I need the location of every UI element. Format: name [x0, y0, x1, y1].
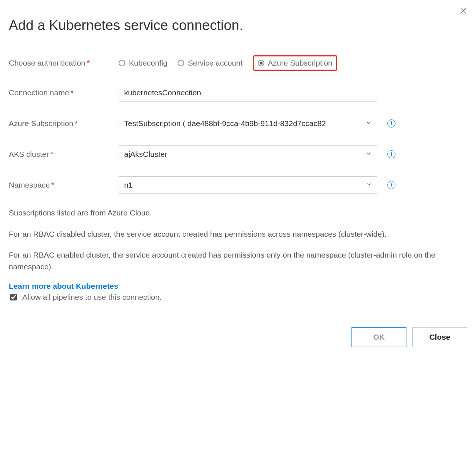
- close-button[interactable]: Close: [412, 327, 467, 347]
- dialog-title: Add a Kubernetes service connection.: [9, 18, 467, 33]
- radio-azure-subscription[interactable]: Azure Subscription: [253, 55, 337, 71]
- description-p2: For an RBAC disabled cluster, the servic…: [9, 228, 467, 240]
- close-icon[interactable]: [459, 7, 467, 16]
- allow-pipelines-checkbox[interactable]: [10, 294, 17, 300]
- radio-kubeconfig[interactable]: Kubeconfig: [119, 59, 167, 67]
- description-p1: Subscriptions listed are from Azure Clou…: [9, 207, 467, 219]
- required-marker: *: [87, 59, 90, 67]
- row-auth: Choose authentication* Kubeconfig Servic…: [9, 55, 467, 71]
- button-row: OK Close: [9, 327, 467, 347]
- radio-service-account[interactable]: Service account: [178, 59, 242, 67]
- namespace-select[interactable]: [119, 176, 377, 194]
- info-icon[interactable]: i: [387, 181, 395, 189]
- namespace-label: Namespace*: [9, 181, 119, 189]
- azure-subscription-select[interactable]: [119, 115, 377, 132]
- aks-cluster-label: AKS cluster*: [9, 150, 119, 159]
- info-icon[interactable]: i: [387, 119, 395, 128]
- connection-name-input[interactable]: [119, 84, 377, 101]
- aks-cluster-select[interactable]: [119, 145, 377, 163]
- row-connection-name: Connection name*: [9, 84, 467, 101]
- radio-icon: [178, 60, 184, 66]
- radio-icon: [119, 60, 125, 66]
- description-block: Subscriptions listed are from Azure Clou…: [9, 207, 467, 272]
- description-p3: For an RBAC enabled cluster, the service…: [9, 249, 467, 272]
- allow-pipelines-checkbox-row: Allow all pipelines to use this connecti…: [9, 293, 467, 302]
- allow-pipelines-label: Allow all pipelines to use this connecti…: [22, 293, 162, 302]
- ok-button[interactable]: OK: [352, 327, 406, 347]
- learn-more-link[interactable]: Learn more about Kubernetes: [9, 282, 118, 291]
- connection-name-label: Connection name*: [9, 88, 119, 97]
- radio-icon: [258, 60, 264, 66]
- azure-subscription-label: Azure Subscription*: [9, 119, 119, 128]
- auth-radio-group: Kubeconfig Service account Azure Subscri…: [119, 55, 337, 71]
- info-icon[interactable]: i: [387, 150, 395, 158]
- row-azure-subscription: Azure Subscription* i: [9, 115, 467, 132]
- dialog: Add a Kubernetes service connection. Cho…: [0, 0, 476, 356]
- row-aks-cluster: AKS cluster* i: [9, 145, 467, 163]
- auth-label: Choose authentication*: [9, 59, 119, 67]
- row-namespace: Namespace* i: [9, 176, 467, 194]
